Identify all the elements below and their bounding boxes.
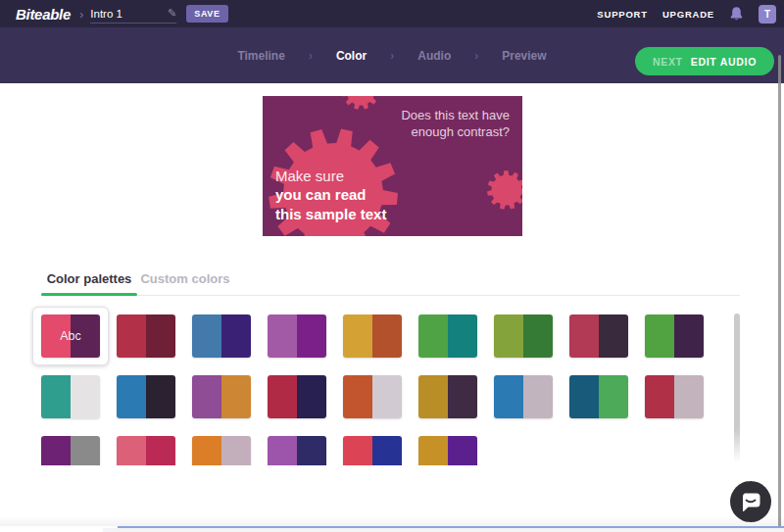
palette-swatch[interactable] — [268, 436, 326, 465]
support-link[interactable]: SUPPORT — [597, 9, 648, 20]
top-bar: Biteable › ✎ SAVE SUPPORT UPGRADE T — [0, 0, 784, 27]
palette-swatch[interactable] — [418, 314, 477, 358]
preview-sample-text: Make sure you can read this sample text — [275, 167, 386, 224]
upgrade-link[interactable]: UPGRADE — [662, 9, 714, 20]
palette-swatch[interactable] — [268, 314, 326, 358]
palette-swatch[interactable] — [418, 375, 477, 418]
palette-tabs: Color palettes Custom colors — [41, 271, 233, 286]
step-chevron-icon: › — [390, 49, 394, 63]
palette-swatch[interactable] — [192, 436, 251, 465]
chat-bubble-icon — [730, 481, 771, 522]
palette-swatch[interactable] — [192, 375, 251, 418]
next-prefix-label: NEXT — [653, 56, 683, 68]
palette-swatch[interactable] — [494, 314, 553, 358]
palette-swatch[interactable] — [117, 436, 175, 465]
palette-swatch[interactable] — [41, 375, 100, 418]
user-avatar[interactable]: T — [759, 5, 776, 24]
step-audio[interactable]: Audio — [417, 49, 451, 63]
palette-swatch[interactable] — [569, 375, 628, 418]
palette-swatch[interactable] — [192, 314, 251, 358]
biteable-logo[interactable]: Biteable — [16, 6, 71, 23]
step-chevron-icon: › — [309, 49, 313, 63]
palette-swatch[interactable] — [569, 314, 628, 358]
palette-swatch[interactable] — [41, 436, 100, 465]
tab-color-palettes[interactable]: Color palettes — [41, 271, 137, 286]
bottom-shadow — [0, 516, 784, 526]
step-chevron-icon: › — [474, 49, 478, 63]
edit-pencil-icon[interactable]: ✎ — [168, 8, 176, 19]
preview-question-text: Does this text have enough contrast? — [401, 108, 510, 141]
palette-swatch[interactable] — [117, 314, 175, 358]
palette-swatch[interactable] — [343, 314, 402, 358]
step-color[interactable]: Color — [336, 49, 367, 63]
palette-swatch[interactable] — [494, 375, 553, 418]
palette-swatch[interactable] — [268, 375, 326, 418]
tabs-divider — [41, 295, 740, 296]
video-preview[interactable]: Does this text have enough contrast? Mak… — [263, 96, 522, 236]
breadcrumb-chevron-icon: › — [79, 7, 83, 22]
topbar-right: SUPPORT UPGRADE T — [597, 5, 776, 24]
next-edit-audio-button[interactable]: NEXT EDIT AUDIO — [635, 47, 774, 75]
palette-swatch[interactable] — [645, 375, 704, 418]
bottom-panel-strip — [103, 528, 784, 532]
save-button[interactable]: SAVE — [186, 5, 227, 23]
notification-bell-icon[interactable] — [729, 6, 744, 22]
steps-bar: Timeline › Color › Audio › Preview NEXT … — [0, 27, 784, 83]
palette-swatch[interactable] — [343, 375, 402, 418]
palette-swatch[interactable] — [645, 314, 704, 358]
step-preview[interactable]: Preview — [502, 49, 546, 63]
page-scrollbar[interactable] — [778, 55, 781, 528]
chat-launcher-button[interactable] — [730, 481, 771, 522]
palette-scrollbar-thumb[interactable] — [734, 314, 740, 462]
palette-grid: Abc — [41, 314, 704, 465]
project-name-input[interactable] — [90, 8, 168, 20]
step-timeline[interactable]: Timeline — [237, 49, 284, 63]
wizard-steps: Timeline › Color › Audio › Preview — [237, 27, 546, 83]
palette-swatch[interactable] — [117, 375, 175, 418]
next-action-label: EDIT AUDIO — [691, 56, 757, 68]
swatch-sample-text: Abc — [41, 329, 100, 343]
palette-scroll-area[interactable]: Abc — [29, 299, 740, 465]
active-tab-underline — [41, 293, 137, 296]
palette-swatch[interactable]: Abc — [41, 314, 100, 358]
tab-custom-colors[interactable]: Custom colors — [137, 271, 233, 286]
project-name-wrap: ✎ — [90, 4, 176, 24]
palette-swatch[interactable] — [418, 436, 477, 465]
palette-swatch[interactable] — [343, 436, 402, 465]
